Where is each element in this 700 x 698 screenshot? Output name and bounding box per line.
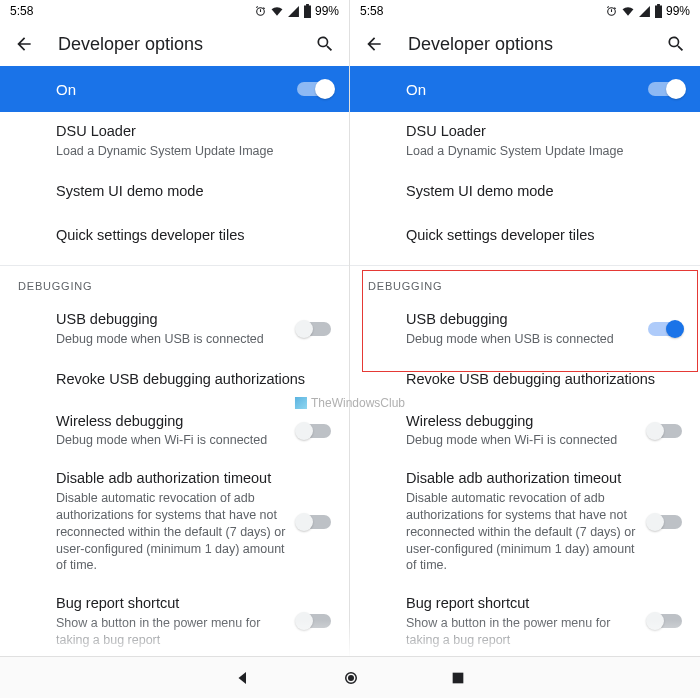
app-bar: Developer options: [350, 22, 700, 66]
battery-icon: [654, 4, 663, 18]
adb-timeout-toggle[interactable]: [648, 515, 682, 529]
wifi-icon: [270, 5, 284, 18]
adb-timeout-toggle[interactable]: [297, 515, 331, 529]
item-adb-timeout[interactable]: Disable adb authorization timeoutDisable…: [0, 459, 349, 584]
back-icon[interactable]: [364, 34, 384, 54]
master-toggle-row[interactable]: On: [0, 66, 349, 112]
usb-debugging-toggle[interactable]: [648, 322, 682, 336]
master-toggle-row[interactable]: On: [350, 66, 700, 112]
battery-pct: 99%: [666, 4, 690, 18]
section-debugging: DEBUGGING: [0, 265, 349, 300]
status-time: 5:58: [10, 4, 33, 18]
usb-debugging-toggle[interactable]: [297, 322, 331, 336]
item-bug-report[interactable]: Bug report shortcutShow a button in the …: [350, 584, 700, 658]
item-bug-report[interactable]: Bug report shortcutShow a button in the …: [0, 584, 349, 658]
page-title: Developer options: [408, 34, 642, 55]
home-navkey[interactable]: [342, 669, 360, 687]
android-navbar: [0, 656, 700, 698]
status-bar: 5:58 99%: [0, 0, 349, 22]
back-navkey[interactable]: [234, 669, 252, 687]
page-title: Developer options: [58, 34, 291, 55]
battery-pct: 99%: [315, 4, 339, 18]
status-bar: 5:58 99%: [350, 0, 700, 22]
bug-report-toggle[interactable]: [297, 614, 331, 628]
status-time: 5:58: [360, 4, 383, 18]
wifi-icon: [621, 5, 635, 18]
search-icon[interactable]: [315, 34, 335, 54]
search-icon[interactable]: [666, 34, 686, 54]
item-adb-timeout[interactable]: Disable adb authorization timeoutDisable…: [350, 459, 700, 584]
item-wireless-debugging[interactable]: Wireless debuggingDebug mode when Wi-Fi …: [350, 402, 700, 459]
signal-icon: [638, 5, 651, 18]
item-wireless-debugging[interactable]: Wireless debuggingDebug mode when Wi-Fi …: [0, 402, 349, 459]
item-quick-settings-tiles[interactable]: Quick settings developer tiles: [0, 213, 349, 257]
watermark: TheWindowsClub: [295, 396, 405, 410]
master-toggle-label: On: [406, 81, 426, 98]
app-bar: Developer options: [0, 22, 349, 66]
signal-icon: [287, 5, 300, 18]
recents-navkey[interactable]: [450, 670, 466, 686]
wireless-debugging-toggle[interactable]: [648, 424, 682, 438]
master-toggle-label: On: [56, 81, 76, 98]
alarm-icon: [254, 5, 267, 18]
svg-point-1: [348, 675, 354, 681]
back-icon[interactable]: [14, 34, 34, 54]
left-screenshot: 5:58 99% Developer options On DSU Loader…: [0, 0, 350, 698]
right-screenshot: 5:58 99% Developer options On DSU Loader…: [350, 0, 700, 698]
svg-rect-2: [453, 672, 464, 683]
item-quick-settings-tiles[interactable]: Quick settings developer tiles: [350, 213, 700, 257]
item-system-ui-demo[interactable]: System UI demo mode: [0, 169, 349, 213]
item-dsu-loader[interactable]: DSU LoaderLoad a Dynamic System Update I…: [0, 112, 349, 169]
section-debugging: DEBUGGING: [350, 265, 700, 300]
battery-icon: [303, 4, 312, 18]
item-usb-debugging[interactable]: USB debuggingDebug mode when USB is conn…: [0, 300, 349, 357]
master-toggle[interactable]: [297, 82, 331, 96]
wireless-debugging-toggle[interactable]: [297, 424, 331, 438]
item-usb-debugging[interactable]: USB debuggingDebug mode when USB is conn…: [350, 300, 700, 357]
item-system-ui-demo[interactable]: System UI demo mode: [350, 169, 700, 213]
bug-report-toggle[interactable]: [648, 614, 682, 628]
alarm-icon: [605, 5, 618, 18]
item-dsu-loader[interactable]: DSU LoaderLoad a Dynamic System Update I…: [350, 112, 700, 169]
master-toggle[interactable]: [648, 82, 682, 96]
